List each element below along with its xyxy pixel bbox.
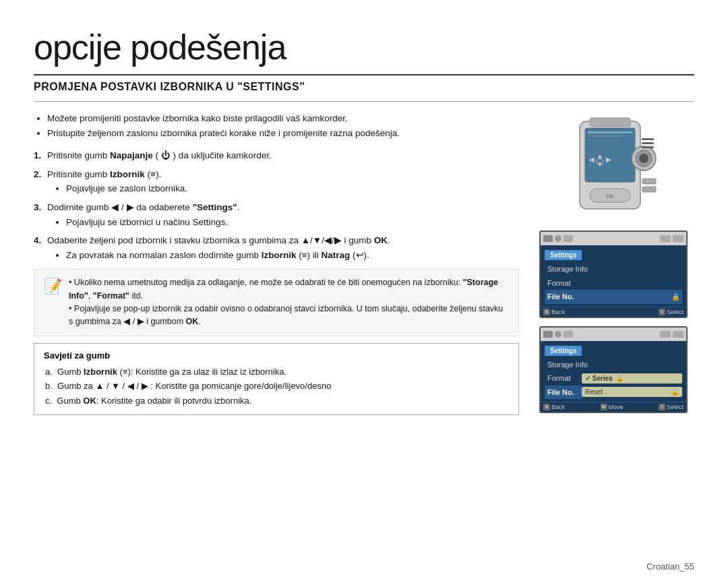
intro-bullet-1: Možete promijeniti postavke izbornika ka… — [47, 111, 519, 126]
svg-rect-7 — [642, 179, 656, 184]
note-bullet-1: • Ukoliko nema umetnutog medija za odlag… — [69, 278, 498, 300]
svg-rect-8 — [642, 187, 656, 192]
lcd2-series: ✓ Series — [585, 375, 613, 382]
step-2-sub-1: Pojavljuje se zaslon izbornika. — [66, 181, 519, 196]
tip-item-c: c. Gumb OK: Koristite ga odabir ili potv… — [44, 394, 509, 408]
svg-rect-19 — [588, 131, 632, 133]
svg-rect-11 — [642, 138, 654, 140]
step-3-sub: Pojavljuju se izbornici u načinu Setting… — [66, 215, 519, 230]
camera-svg: OK ▲ ◀ ▶ ▼ — [539, 111, 688, 222]
lcd1-icon-5 — [673, 235, 684, 242]
lcd1-icon-1 — [543, 235, 553, 242]
lcd2-select-icon: S — [659, 404, 665, 410]
svg-rect-13 — [642, 146, 654, 148]
steps-list: Pritisnite gumb Napajanje ( ⏻ ) da uklju… — [34, 148, 519, 262]
note-box: 📝 • Ukoliko nema umetnutog medija za odl… — [34, 269, 519, 336]
step-3-text: Dodirnite gumb ◀ / ▶ da odaberete "Setti… — [47, 202, 239, 212]
lcd2-select-btn: S Select — [659, 404, 684, 410]
lcd1-select-icon: S — [659, 309, 665, 315]
lcd2-reset-icon: 🔒 — [671, 388, 679, 396]
lcd1-file-no-icon: 🔒 — [671, 292, 679, 302]
lcd2-content: Settings Storage Info Format ✓ Series 🔒 … — [541, 341, 686, 402]
page-title: opcije podešenja — [34, 27, 694, 67]
svg-text:OK: OK — [606, 193, 614, 199]
section-title: PROMJENA POSTAVKI IZBORNIKA U "SETTINGS" — [34, 81, 694, 93]
lcd2-reset-label: Reset — [585, 388, 603, 396]
right-content: OK ▲ ◀ ▶ ▼ — [533, 111, 694, 422]
tip-box: Savjeti za gumb a. Gumb Izbornik (≡): Ko… — [34, 343, 519, 415]
note-bullet-2: • Pojavljuje se pop-up izbornik za odabi… — [69, 304, 503, 326]
note-text: • Ukoliko nema umetnutog medija za odlag… — [69, 276, 509, 329]
lcd2-move-btn: M Move — [601, 404, 624, 410]
lcd2-icon-5 — [673, 331, 684, 338]
lcd1-tab: Settings — [545, 250, 582, 260]
svg-point-6 — [639, 154, 648, 163]
lcd1-top-bar — [541, 232, 686, 245]
lcd2-top-bar — [541, 328, 686, 341]
tip-title: Savjeti za gumb — [44, 350, 509, 361]
lcd2-move-label: Move — [609, 404, 624, 410]
lcd1-file-no-label: File No. — [547, 291, 574, 303]
svg-text:◀: ◀ — [589, 156, 595, 163]
lcd2-item-2: Format — [545, 371, 582, 386]
step-2-sub: Pojavljuje se zaslon izbornika. — [66, 181, 519, 196]
lcd2-item-3: File No. — [545, 386, 582, 400]
lcd1-back-icon: B — [543, 309, 550, 315]
section-divider — [34, 101, 694, 102]
lcd2-fileno-row: File No. Reset 🔒 — [545, 386, 682, 400]
left-content: Možete promijeniti postavke izbornika ka… — [34, 111, 519, 422]
page-number: Croatian_55 — [646, 561, 694, 572]
camera-diagram: OK ▲ ◀ ▶ ▼ — [539, 111, 688, 222]
lcd2-icon-3 — [564, 331, 573, 338]
content-area: Možete promijeniti postavke izbornika ka… — [34, 111, 694, 422]
lcd2-reset-area: Reset 🔒 — [582, 387, 682, 397]
tip-item-b: b. Gumb za ▲ / ▼ / ◀ / ▶ : Koristite ga … — [44, 379, 509, 393]
svg-rect-12 — [642, 142, 654, 144]
lcd1-icon-2 — [555, 235, 562, 242]
tip-list: a. Gumb Izbornik (≡): Koristite ga za ul… — [44, 365, 509, 408]
intro-bullet-2: Pristupite željenom zaslonu izbornika pr… — [47, 126, 519, 141]
lcd2-icon-4 — [660, 331, 671, 338]
lcd2-series-icon: 🔒 — [615, 375, 624, 382]
lcd1-back-btn: B Back — [543, 309, 565, 315]
step-2: Pritisnite gumb Izbornik (≡). Pojavljuje… — [34, 167, 519, 196]
lcd2-icon-1 — [543, 331, 553, 338]
lcd2-bottom-bar: B Back M Move S Select — [541, 402, 686, 412]
step-4-text: Odaberite željeni pod izbornik i stavku … — [47, 235, 390, 245]
tip-item-a: a. Gumb Izbornik (≡): Koristite ga za ul… — [44, 365, 509, 379]
lcd2-format-row: Format ✓ Series 🔒 — [545, 371, 682, 386]
lcd2-back-btn: B Back — [543, 404, 565, 410]
step-2-text: Pritisnite gumb Izbornik (≡). — [47, 169, 161, 179]
lcd2-back-icon: B — [543, 404, 550, 410]
lcd1-select-btn: S Select — [659, 309, 684, 315]
lcd1-icon-3 — [564, 235, 573, 242]
step-1: Pritisnite gumb Napajanje ( ⏻ ) da uklju… — [34, 148, 519, 163]
lcd-screen-2: Settings Storage Info Format ✓ Series 🔒 … — [539, 326, 688, 414]
lcd2-submenu: ✓ Series 🔒 — [582, 373, 682, 383]
lcd2-tab: Settings — [545, 346, 582, 356]
step-4: Odaberite željeni pod izbornik i stavku … — [34, 233, 519, 262]
page: opcije podešenja PROMJENA POSTAVKI IZBOR… — [0, 0, 728, 585]
title-divider — [34, 74, 694, 75]
note-icon: 📝 — [44, 278, 62, 329]
lcd2-item-1: Storage Info — [545, 358, 682, 372]
lcd1-back-label: Back — [551, 309, 565, 315]
step-1-text: Pritisnite gumb Napajanje ( ⏻ ) da uklju… — [47, 150, 272, 160]
lcd2-back-label: Back — [551, 404, 565, 410]
lcd1-bottom-bar: B Back S Select — [541, 307, 686, 317]
intro-bullets: Možete promijeniti postavke izbornika ka… — [47, 111, 519, 140]
svg-rect-20 — [588, 135, 621, 137]
lcd1-content: Settings Storage Info Format File No. 🔒 — [541, 245, 686, 307]
step-3: Dodirnite gumb ◀ / ▶ da odaberete "Setti… — [34, 200, 519, 229]
step-4-sub: Za povratak na normalan zaslon dodirnite… — [66, 248, 519, 263]
lcd1-select-label: Select — [667, 309, 684, 315]
lcd-screen-1: Settings Storage Info Format File No. 🔒 … — [539, 230, 688, 318]
step-3-sub-1: Pojavljuju se izbornici u načinu Setting… — [66, 215, 519, 230]
lcd1-icon-4 — [660, 235, 671, 242]
step-4-sub-1: Za povratak na normalan zaslon dodirnite… — [66, 248, 519, 263]
lcd2-icon-2 — [555, 331, 562, 338]
lcd1-item-2: Format — [545, 276, 682, 290]
lcd1-item-1: Storage Info — [545, 262, 682, 276]
lcd1-item-3: File No. 🔒 — [545, 290, 682, 304]
lcd2-select-label: Select — [667, 404, 684, 410]
